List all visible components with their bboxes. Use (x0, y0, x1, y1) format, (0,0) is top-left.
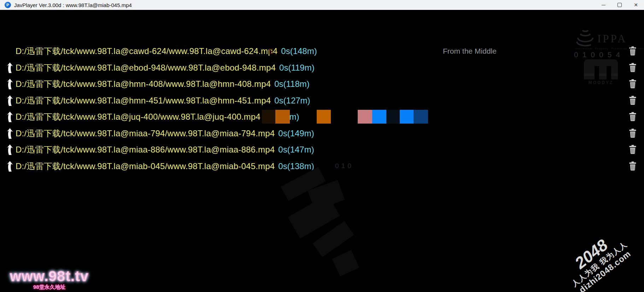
delete-button[interactable] (628, 161, 637, 171)
history-arrow-icon (6, 144, 16, 155)
file-path: D:/迅雷下载/tck/www.98T.la@cawd-624/www.98T.… (16, 46, 277, 57)
delete-button[interactable] (628, 129, 637, 138)
faint-center-watermark (271, 165, 363, 278)
close-button[interactable]: ✕ (628, 0, 644, 10)
history-arrow-icon (6, 161, 16, 172)
history-arrow-icon (6, 95, 16, 106)
file-size: 0s(118m) (274, 79, 310, 89)
close-icon: ✕ (634, 2, 638, 7)
file-path: D:/迅雷下载/tck/www.98T.la@hmn-408/www.98T.l… (16, 78, 271, 90)
history-arrow-icon (6, 128, 16, 139)
color-bar (372, 110, 386, 124)
file-path: D:/迅雷下载/tck/www.98T.la@miab-045/www.98T.… (16, 161, 275, 172)
file-row[interactable]: D:/迅雷下载/tck/www.98T.la@hmn-408/www.98T.l… (0, 78, 644, 90)
color-bar (262, 110, 275, 124)
file-path: D:/迅雷下载/tck/www.98T.la@miaa-886/www.98T.… (16, 144, 275, 155)
color-bar (400, 110, 414, 124)
javplayer-window: P JavPlayer Ver.3.00d : www.98T.la@miab-… (0, 0, 644, 292)
file-size: 0s(119m) (279, 63, 315, 73)
delete-button[interactable] (628, 145, 637, 155)
ippa-watermark: IPPA Intellectual Property Promotion Ass… (572, 28, 643, 88)
moodyz-logo-text: MOODYZ (584, 80, 618, 85)
window-title: JavPlayer Ver.3.00d : www.98T.la@miab-04… (14, 2, 132, 8)
faint-status-letter: E (269, 47, 274, 56)
file-path: D:/迅雷下载/tck/www.98T.la@ebod-948/www.98T.… (16, 62, 276, 73)
file-row[interactable]: D:/迅雷下载/tck/www.98T.la@miaa-794/www.98T.… (0, 127, 644, 139)
ippa-logo-icon (575, 29, 595, 47)
video-frame-color-bars (0, 110, 644, 124)
from-the-middle-label: From the Middle (443, 47, 497, 55)
color-bar (275, 110, 290, 124)
file-row[interactable]: D:/迅雷下载/tck/www.98T.la@ebod-948/www.98T.… (0, 62, 644, 74)
file-row[interactable]: D:/迅雷下载/tck/www.98T.la@hmn-451/www.98T.l… (0, 95, 644, 107)
file-size: 0s(149m) (278, 129, 314, 138)
history-arrow-icon (6, 78, 16, 90)
maximize-button[interactable] (611, 0, 628, 10)
window-controls: ✕ (595, 0, 644, 10)
file-size: 0s(147m) (278, 145, 314, 155)
ippa-brand: IPPA (597, 32, 627, 45)
color-bar (414, 110, 428, 124)
file-path: D:/迅雷下载/tck/www.98T.la@miaa-794/www.98T.… (16, 128, 275, 139)
trash-icon (628, 96, 637, 105)
app-icon: P (5, 2, 11, 8)
ippa-subtitle: Intellectual Property Promotion Associat… (575, 47, 644, 50)
forum-watermark: 2048 人人为我 我为人人 dizhi2048.com (557, 205, 644, 292)
minimize-button[interactable] (595, 0, 611, 10)
history-arrow-icon (6, 62, 16, 73)
minimize-icon (602, 5, 605, 5)
trash-icon (628, 161, 637, 171)
color-bar (386, 110, 400, 124)
maximize-icon (617, 3, 622, 7)
file-path: D:/迅雷下载/tck/www.98T.la@hmn-451/www.98T.l… (16, 95, 271, 106)
delete-button[interactable] (628, 96, 637, 106)
moodyz-logo (584, 59, 618, 79)
trash-icon (628, 129, 637, 138)
file-row[interactable]: D:/迅雷下载/tck/www.98T.la@miaa-886/www.98T.… (0, 144, 644, 156)
site-watermark: www.98t.tv 98堂永久地址 (10, 269, 89, 290)
site-slogan: 98堂永久地址 (33, 284, 89, 290)
file-size: 0s(127m) (274, 96, 310, 106)
ippa-serial-number: 010054 (574, 50, 624, 59)
file-row[interactable]: D:/迅雷下载/tck/www.98T.la@cawd-624/www.98T.… (0, 45, 644, 57)
title-bar: P JavPlayer Ver.3.00d : www.98T.la@miab-… (0, 0, 644, 10)
file-size: 0s(148m) (281, 46, 317, 56)
trash-icon (628, 145, 637, 154)
color-bar (358, 110, 372, 124)
site-url: www.98t.tv (10, 269, 89, 284)
color-bar (317, 110, 331, 124)
